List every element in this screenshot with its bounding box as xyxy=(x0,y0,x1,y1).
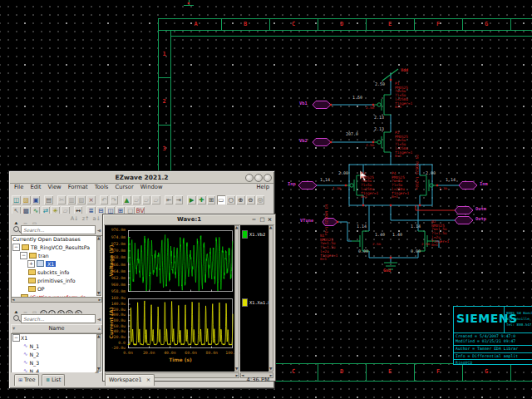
signal-label: N_4 xyxy=(29,368,39,373)
signal-tree-vscrollbar[interactable]: ▲▼ xyxy=(96,334,101,372)
signal-label: N_2 xyxy=(29,352,39,357)
x-tick: 60.0n xyxy=(181,351,201,355)
menu-cursor[interactable]: Cursor xyxy=(111,183,136,191)
menu-tools[interactable]: Tools xyxy=(91,183,112,191)
wave-title: Wave:1 xyxy=(177,216,201,223)
menu-help[interactable]: Help xyxy=(254,183,273,191)
signal-wave-icon: ∿ xyxy=(23,343,27,348)
schematic-title-block: SIEMENS 8005 SW Boeckman RdWilsonville, … xyxy=(453,306,532,365)
menu-file[interactable]: File xyxy=(11,183,27,191)
schematic-label: N1 NMOS25 ?w=1.5u ?l=1.5u l=2u finger=1 … xyxy=(320,234,337,262)
wave-window: Wave:1 − □ × 976.0m974.0m972.0m970.0m968… xyxy=(102,214,276,382)
signal-row[interactable]: −X1 xyxy=(11,333,102,342)
resize-grip[interactable]: ◢ xyxy=(95,367,99,373)
signal-row[interactable]: ∿N_2 xyxy=(11,350,102,358)
database-tree-panel: Currently Open Databases −TB_RingVCO_Res… xyxy=(11,235,102,303)
sort-asc-icon[interactable]: a↓ xyxy=(93,214,101,223)
db-tree-hscrollbar[interactable]: ◄► xyxy=(11,297,102,303)
close-button[interactable] xyxy=(264,174,272,182)
wave-minimize-button[interactable]: − xyxy=(250,215,258,224)
port-vb2 xyxy=(313,139,331,146)
schematic-label: Gnd xyxy=(383,268,391,273)
plot-box[interactable] xyxy=(128,230,233,292)
folder-icon xyxy=(28,278,36,283)
port-outp xyxy=(455,217,473,224)
legend-swatch xyxy=(242,230,248,239)
signal-label: N_3 xyxy=(29,360,39,366)
tab-workspace1[interactable]: Workspace1 × xyxy=(105,374,155,386)
ezwave-titlebar[interactable]: EZwave 2021.2 xyxy=(10,172,273,184)
signal-search-input[interactable] xyxy=(21,314,96,323)
wave-restore-button[interactable]: □ xyxy=(259,215,266,224)
tree-row[interactable]: −TB_RingVCO_ResultsPa xyxy=(11,243,102,251)
signal-row[interactable]: ∿N_3 xyxy=(11,358,102,367)
schematic-label: 2.00 xyxy=(426,171,436,175)
tree-row[interactable]: primitives_info xyxy=(11,276,102,284)
title-block-address-line: Tel: 800.547.3000 xyxy=(506,323,532,327)
sort-desc-icon[interactable]: z↑ xyxy=(82,214,90,223)
db-search-row: ◄ xyxy=(11,224,102,235)
y-tick: 976.0m xyxy=(105,228,126,232)
menubar: Help FileEditViewFormatToolsCursorWindow xyxy=(11,183,273,192)
signal-row[interactable]: ∿N_4 xyxy=(11,367,102,372)
title-block-info: Info = Differential amplit xyxy=(456,354,518,358)
schematic-label: Vb1 xyxy=(299,101,308,106)
minimize-button[interactable] xyxy=(245,174,254,182)
x-tick: 0.0n xyxy=(118,351,138,355)
menu-view[interactable]: View xyxy=(45,183,65,191)
workspace-close-icon[interactable]: × xyxy=(146,377,150,383)
signal-wave-icon: ∿ xyxy=(23,360,27,365)
signal-toolbar: ♣≡⊟VIPDR xyxy=(11,303,102,313)
tree-label: tran xyxy=(38,253,49,259)
schematic-label: P5 PMOS25 l=250u xyxy=(414,155,418,190)
y-tick: 958.0m xyxy=(105,289,126,293)
legend-label: X1.Vb2 xyxy=(249,232,265,237)
plot-box[interactable] xyxy=(128,298,233,348)
schematic-label: Outm xyxy=(475,207,486,211)
desktop: ABCDEFG ABCDEFG 123 VddGndVb1Vb2InpInmOu… xyxy=(0,0,532,399)
wave-titlebar[interactable]: Wave:1 − □ × xyxy=(104,215,274,225)
maximize-button[interactable] xyxy=(254,174,263,182)
cell-icon xyxy=(37,260,44,267)
plot-vscrollbar[interactable]: ▲▼ xyxy=(234,225,239,372)
name-column-header[interactable]: ▾ Name ▴ xyxy=(11,324,102,333)
schematic-label: 1.3m xyxy=(439,187,447,191)
x-tick: 20.0n xyxy=(139,351,159,355)
tab-tree[interactable]: ⊞ Tree xyxy=(14,374,39,386)
title-block-address-line: 8005 SW Boeckman Rd xyxy=(506,311,532,315)
schematic-label: 1.50 xyxy=(352,96,362,100)
ezwave-window: EZwave 2021.2 Help FileEditViewFormatToo… xyxy=(8,170,275,389)
tree-row[interactable]: subckts_info xyxy=(11,268,102,276)
db-toolbar: ♣≡⊟a↓z↑A↓ xyxy=(11,214,102,224)
menu-format[interactable]: Format xyxy=(65,183,91,191)
tree-row[interactable]: +X1 xyxy=(11,259,102,268)
tree-row[interactable]: −tran xyxy=(11,251,102,259)
menu-edit[interactable]: Edit xyxy=(27,183,44,191)
title-block-created: Created = 5/4/2007 9:47:0 xyxy=(456,334,515,338)
legend-vscrollbar[interactable]: ▲▼ xyxy=(268,225,273,372)
tree-row[interactable]: OP xyxy=(11,284,102,293)
legend-item[interactable]: X1.Xa1.P xyxy=(242,298,271,307)
wave-close-button[interactable]: × xyxy=(266,215,273,224)
expander-icon[interactable]: − xyxy=(12,244,20,251)
tab-list[interactable]: ≣ List xyxy=(42,374,65,386)
signal-row[interactable]: ∿N_1 xyxy=(11,342,102,350)
expander-icon[interactable]: + xyxy=(27,260,35,268)
signal-label: N_1 xyxy=(29,343,39,349)
tree-label: subckts_info xyxy=(37,269,69,275)
sort-az-icon[interactable]: A↓ xyxy=(71,214,79,223)
expander-icon[interactable]: − xyxy=(20,252,27,259)
search-clear-icon[interactable]: ◄ xyxy=(96,316,101,322)
schematic-label: P1 PMOS25 ?w=5u ?l=5u l=250u finger=1 m=… xyxy=(395,82,412,110)
db-search-input[interactable] xyxy=(21,225,96,234)
search-clear-icon[interactable]: ◄ xyxy=(96,227,101,233)
schematic-label: P3 PMOS25 ?w=5u ?l=5u l=250u finger=1 m=… xyxy=(361,172,378,200)
plot-panel[interactable]: 976.0m974.0m972.0m970.0m968.0m966.0m964.… xyxy=(105,225,234,372)
db-tree-vscrollbar[interactable]: ▲▼ xyxy=(96,236,101,296)
schematic-label: P4 PMOS25 ?w=5u ?l=5u l=250u finger=1 m=… xyxy=(392,172,409,200)
port-vb1 xyxy=(313,101,331,109)
menu-window[interactable]: Window xyxy=(137,183,166,191)
legend-item[interactable]: X1.Vb2 xyxy=(242,230,265,239)
expander-icon[interactable]: − xyxy=(12,334,20,342)
schematic-label: Outp xyxy=(475,217,486,221)
